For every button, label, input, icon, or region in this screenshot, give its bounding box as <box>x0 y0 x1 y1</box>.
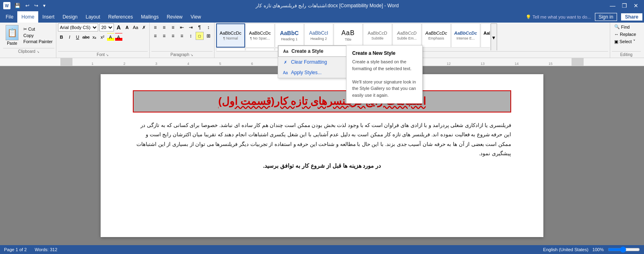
undo-button[interactable]: ↩ <box>24 2 31 9</box>
italic-button[interactable]: I <box>66 33 73 41</box>
bold-button[interactable]: B <box>58 33 65 41</box>
clear-formatting-icon: ✗ <box>282 59 289 65</box>
sign-in-button[interactable]: Sign in <box>595 13 617 21</box>
zoom-level: 100% <box>592 247 604 252</box>
style-quote[interactable]: AaBbCcDc Quote <box>216 48 245 50</box>
cut-button[interactable]: ✂ Cut <box>22 26 54 32</box>
font-grow-button[interactable]: A <box>115 23 122 31</box>
page-count: Page 1 of 2 <box>4 247 27 252</box>
style-normal[interactable]: AaBbCcDc ¶ Normal <box>216 23 245 48</box>
numbering-button[interactable]: ≡ <box>160 23 168 31</box>
quick-access-toolbar: 💾 ↩ ↪ ▾ <box>13 2 47 9</box>
copy-button[interactable]: Copy <box>22 33 54 38</box>
font-case-button[interactable]: Aa <box>132 23 139 31</box>
style-intense-quote[interactable]: AaBbCcDc Intense Qu... <box>246 48 275 50</box>
zoom-slider[interactable] <box>608 247 640 252</box>
style-strong[interactable]: AaBbCcDc Strong <box>481 23 490 48</box>
status-right: English (United States) 100% <box>543 247 640 252</box>
share-button[interactable]: Share <box>621 13 642 21</box>
document-paragraph-1[interactable]: فریلنسری یا ازادکاری شغلی پردرامد و با ا… <box>133 121 511 158</box>
restore-button[interactable]: ❒ <box>619 2 630 9</box>
word-count: Words: 312 <box>35 247 57 252</box>
text-highlight-button[interactable]: A <box>107 33 114 41</box>
style-subtitle[interactable]: AaBbCcD Subtitle <box>363 23 392 48</box>
borders-button[interactable]: ⊞ <box>204 32 213 40</box>
underline-button[interactable]: U <box>74 33 81 41</box>
menu-insert[interactable]: Insert <box>38 11 58 23</box>
menu-layout[interactable]: Layout <box>82 11 104 23</box>
minimize-button[interactable]: — <box>607 2 618 9</box>
style-heading1[interactable]: AaBbC Heading 1 <box>275 23 304 48</box>
menu-file[interactable]: File <box>2 11 17 23</box>
style-heading2[interactable]: AaBbCcI Heading 2 <box>304 23 333 48</box>
title-bar-left: W 💾 ↩ ↪ ▾ <box>3 2 47 9</box>
redo-button[interactable]: ↪ <box>33 2 40 9</box>
increase-indent-button[interactable]: ⇥ <box>187 23 195 31</box>
customize-qat-button[interactable]: ▾ <box>41 2 47 9</box>
clear-formatting-item[interactable]: ✗ Clear Formatting <box>278 57 350 67</box>
justify-button[interactable]: ≡ <box>178 32 186 40</box>
clipboard-small-buttons: ✂ Cut Copy Format Painter <box>22 26 54 44</box>
show-formatting-button[interactable]: ¶ <box>196 23 204 31</box>
font-shrink-button[interactable]: A <box>124 23 131 31</box>
style-no-spacing[interactable]: AaBbCcDc ¶ No Spac... <box>246 23 275 48</box>
select-button[interactable]: ▣ Select ˅ <box>612 38 638 45</box>
line-spacing-button[interactable]: ↕ <box>187 32 195 40</box>
menu-view[interactable]: View <box>187 11 205 23</box>
clipboard-label: Clipboard ↘ <box>3 48 54 54</box>
create-style-tooltip: Create a New Style Create a style based … <box>346 45 423 104</box>
styles-scroll-button[interactable]: ▾ <box>491 23 497 50</box>
font-format-row: B I U abc x₂ x² A A <box>58 33 122 41</box>
format-painter-button[interactable]: Format Painter <box>22 39 54 44</box>
document-subtitle[interactable]: در مورد هزینه ها قبل از شروع کار به تواف… <box>133 162 511 169</box>
decrease-indent-button[interactable]: ⇤ <box>178 23 186 31</box>
paragraph-label: Paragraph ↘ <box>151 51 213 57</box>
style-emphasis[interactable]: AaBbCcDc Emphasis <box>422 23 451 48</box>
align-center-button[interactable]: ≡ <box>160 32 168 40</box>
apply-styles-icon: Aa <box>282 69 289 76</box>
font-family-row: Arial (Body CS) 20 A A Aa ✗ <box>58 23 148 31</box>
close-button[interactable]: ✕ <box>631 2 641 9</box>
shading-button[interactable]: ▢ <box>196 32 204 40</box>
find-icon: 🔍 <box>614 24 620 29</box>
align-right-button[interactable]: ≡ <box>169 32 177 40</box>
align-left-button[interactable]: ≡ <box>151 32 159 40</box>
font-size-select[interactable]: 20 <box>99 23 114 31</box>
font-family-select[interactable]: Arial (Body CS) <box>58 23 98 31</box>
tooltip-body: Create a style based on the formatting o… <box>352 58 417 98</box>
strikethrough-button[interactable]: abc <box>82 33 90 41</box>
app-window: W 💾 ↩ ↪ ▾ اشتباهات رایج فریلنسرهای تازه … <box>0 0 644 254</box>
style-subtle-em[interactable]: AaBbCcD Subtle Em... <box>392 23 421 48</box>
paste-button[interactable]: 📋 Paste <box>3 23 21 47</box>
tell-me-inline: 💡 Tell me what you want to do... <box>526 15 591 20</box>
style-title[interactable]: AaB Title <box>334 23 363 48</box>
paste-icon: 📋 <box>6 25 19 40</box>
menu-home[interactable]: Home <box>17 11 38 23</box>
styles-dropdown-menu: Aa Create a Style ✗ Clear Formatting Aa … <box>278 45 350 78</box>
menu-review[interactable]: Review <box>163 11 186 23</box>
create-style-icon: Aa <box>283 48 289 54</box>
font-color-button[interactable]: A <box>115 33 122 41</box>
bullets-button[interactable]: ≡ <box>151 23 159 31</box>
menu-mailings[interactable]: Mailings <box>137 11 163 23</box>
clipboard-group: 📋 Paste ✂ Cut Copy Format Painter Clipbo… <box>2 23 56 58</box>
sort-button[interactable]: ↕ <box>204 23 213 31</box>
style-intense-em[interactable]: AaBbCcDc Intense E... <box>451 23 480 48</box>
clear-formatting-ribbon-button[interactable]: ✗ <box>140 23 148 31</box>
apply-styles-item[interactable]: Aa Apply Styles... <box>278 67 350 78</box>
document-page: اشتباهات رایج فریلنسرهای تازه کار(قسمت ا… <box>101 74 543 237</box>
status-bar: Page 1 of 2 Words: 312 English (United S… <box>0 245 644 254</box>
save-button[interactable]: 💾 <box>13 2 22 9</box>
document-title[interactable]: اشتباهات رایج فریلنسرهای تازه کار(قسمت ا… <box>133 90 511 112</box>
find-button[interactable]: 🔍 Find <box>612 23 632 30</box>
multilevel-button[interactable]: ≡ <box>169 23 177 31</box>
replace-button[interactable]: ↔ Replace <box>612 31 638 37</box>
superscript-button[interactable]: x² <box>99 33 106 41</box>
select-icon: ▣ <box>614 39 618 44</box>
menu-design[interactable]: Design <box>58 11 81 23</box>
subscript-button[interactable]: x₂ <box>91 33 98 41</box>
menu-references[interactable]: References <box>104 11 137 23</box>
menu-bar: File Home Insert Design Layout Reference… <box>0 11 644 23</box>
create-style-item[interactable]: Aa Create a Style <box>278 46 350 57</box>
language-indicator[interactable]: English (United States) <box>543 247 588 252</box>
